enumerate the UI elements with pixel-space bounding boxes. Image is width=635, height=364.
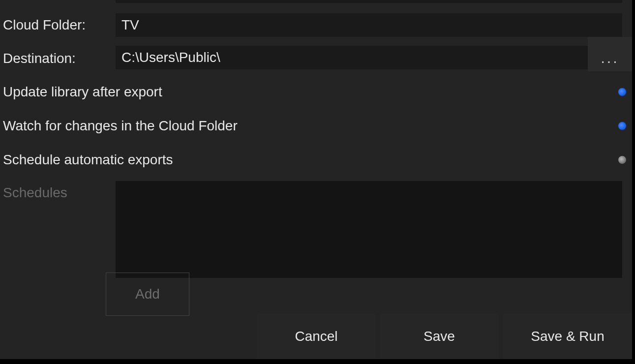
cloud-folder-input-wrap (116, 13, 632, 37)
schedule-exports-radio[interactable] (618, 156, 626, 164)
browse-button[interactable]: ... (588, 37, 632, 71)
save-button[interactable]: Save (380, 314, 498, 359)
schedule-exports-label: Schedule automatic exports (3, 152, 173, 168)
destination-input[interactable] (116, 46, 588, 69)
update-library-row[interactable]: Update library after export (0, 85, 632, 99)
add-schedule-button[interactable]: Add (106, 273, 189, 316)
top-input-strip (116, 0, 622, 3)
watch-changes-row[interactable]: Watch for changes in the Cloud Folder (0, 119, 632, 133)
save-and-run-button[interactable]: Save & Run (503, 314, 632, 359)
watch-changes-label: Watch for changes in the Cloud Folder (3, 118, 238, 134)
cloud-folder-input[interactable] (116, 13, 622, 37)
cloud-folder-label: Cloud Folder: (0, 17, 116, 33)
footer-buttons: Cancel Save Save & Run (257, 314, 632, 359)
destination-input-wrap: ... (116, 46, 632, 71)
destination-label: Destination: (0, 51, 116, 66)
watch-changes-radio[interactable] (618, 122, 626, 130)
schedules-list[interactable] (116, 181, 622, 278)
update-library-radio[interactable] (618, 88, 626, 96)
destination-row: Destination: ... (0, 47, 632, 70)
cloud-folder-row: Cloud Folder: (0, 13, 632, 37)
schedules-row: Schedules (0, 181, 632, 278)
update-library-label: Update library after export (3, 84, 162, 100)
cancel-button[interactable]: Cancel (257, 314, 375, 359)
schedules-label: Schedules (0, 181, 116, 278)
bottom-bar (0, 359, 632, 364)
schedule-exports-row[interactable]: Schedule automatic exports (0, 152, 632, 167)
settings-panel: Cloud Folder: Destination: ... Update li… (0, 0, 632, 364)
